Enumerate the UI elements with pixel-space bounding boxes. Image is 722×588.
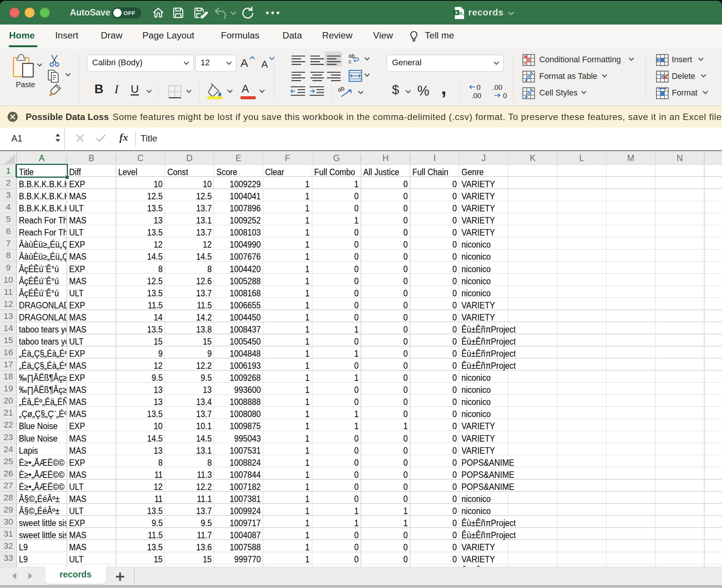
svg-text:0: 0 <box>477 83 481 91</box>
svg-text:ab: ab <box>337 85 345 93</box>
svg-text:.00: .00 <box>471 92 481 100</box>
svg-text:c: c <box>349 58 352 65</box>
svg-text:x: x <box>455 10 458 15</box>
svg-text:a,: a, <box>459 10 464 16</box>
svg-text:0: 0 <box>503 92 507 100</box>
svg-text:.00: .00 <box>492 83 502 91</box>
